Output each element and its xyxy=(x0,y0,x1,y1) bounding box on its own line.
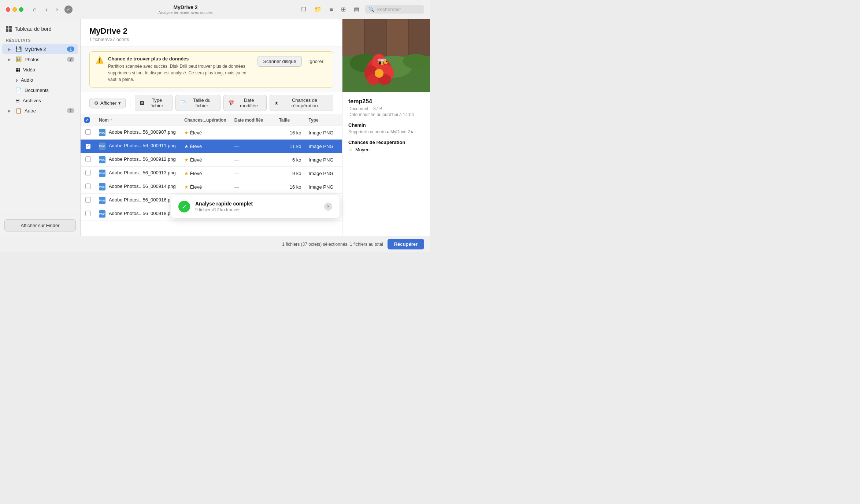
recover-button[interactable]: Récupérer xyxy=(388,239,424,249)
row-checkbox-cell[interactable]: ✓ xyxy=(81,140,95,153)
preview-date-label: Date modifiée xyxy=(348,112,375,117)
toast-title: Analyse rapide complet xyxy=(195,201,319,207)
toast-close-button[interactable]: × xyxy=(324,203,332,211)
maximize-button[interactable] xyxy=(19,7,23,12)
search-input[interactable] xyxy=(377,7,420,12)
afficher-label: Afficher xyxy=(100,100,116,106)
table-header-row: ✓ Nom ↑ Chances...upération Date modifié… xyxy=(81,114,342,126)
scanner-disque-button[interactable]: Scanner disque xyxy=(257,56,301,67)
warning-content: Chance de trouver plus de données Partit… xyxy=(108,56,253,83)
preview-star-icon: ☆ xyxy=(348,147,353,152)
toast-subtitle: 9 fichiers/12 ko trouvés xyxy=(195,207,319,212)
taille-fichier-button[interactable]: 📄 Taille du fichier xyxy=(175,95,220,111)
col-header-nom[interactable]: Nom ↑ xyxy=(95,114,181,126)
sidebar-item-count-autre: 1 xyxy=(67,108,74,113)
row-filename: Adobe Photos...56_000913.png xyxy=(109,170,176,175)
date-modifiee-button[interactable]: 📅 Date modifiée xyxy=(223,95,267,111)
sidebar-item-documents[interactable]: ▶ 📄 Documents xyxy=(2,85,78,95)
chances-star-icon: ★ xyxy=(184,144,189,149)
row-checkbox[interactable] xyxy=(85,211,91,216)
home-button[interactable]: ⌂ xyxy=(31,5,39,14)
afficher-filter-button[interactable]: ⚙ Afficher ▾ xyxy=(89,98,126,108)
row-checkbox-cell[interactable] xyxy=(81,126,95,140)
row-chances-cell: ★ Élevé xyxy=(181,153,231,167)
expand-arrow-autre-icon: ▶ xyxy=(8,109,12,113)
row-checkbox-cell[interactable] xyxy=(81,153,95,167)
col-header-chances[interactable]: Chances...upération xyxy=(181,114,231,126)
row-type-cell: Image PNG xyxy=(305,126,342,140)
ignorer-button[interactable]: Ignorer xyxy=(305,56,327,66)
row-filename: Adobe Photos...56_000907.png xyxy=(109,129,176,135)
preview-chemin-title: Chemin xyxy=(348,122,424,128)
search-box[interactable]: 🔍 xyxy=(365,5,424,14)
folder-view-button[interactable]: 📁 xyxy=(312,4,324,15)
sidebar-item-photos[interactable]: ▶ 🖼️ Photos 7 xyxy=(2,54,78,64)
table-row[interactable]: PNG Adobe Photos...56_000913.png ★ Élevé… xyxy=(81,167,342,180)
row-checkbox[interactable] xyxy=(85,170,91,175)
svg-point-23 xyxy=(386,61,387,62)
chances-star-icon: ★ xyxy=(184,157,189,163)
autre-icon: 📋 xyxy=(15,108,22,114)
col-header-date[interactable]: Date modifiée xyxy=(231,114,275,126)
back-button[interactable]: ‹ xyxy=(43,5,49,14)
file-type-icon: PNG xyxy=(99,197,105,204)
finder-button[interactable]: Afficher sur Finder xyxy=(4,219,76,231)
row-size-cell: 9 ko xyxy=(275,167,305,180)
row-checkbox-cell[interactable] xyxy=(81,180,95,194)
row-checkbox-cell[interactable] xyxy=(81,207,95,221)
row-type-cell: Image PNG xyxy=(305,180,342,194)
status-check-icon: ✓ xyxy=(64,5,73,14)
row-type-cell: Image PNG xyxy=(305,167,342,180)
preview-info: temp254 Document – 37 B Date modifiée au… xyxy=(342,92,430,236)
close-button[interactable] xyxy=(6,7,10,12)
row-checkbox[interactable] xyxy=(85,129,91,135)
table-row[interactable]: PNG Adobe Photos...56_000912.png ★ Élevé… xyxy=(81,153,342,167)
row-filename: Adobe Photos...56_000916.png xyxy=(109,197,176,203)
row-chances-value: Élevé xyxy=(190,171,202,176)
table-row[interactable]: PNG Adobe Photos...56_000907.png ★ Élevé… xyxy=(81,126,342,140)
calendar-icon: 📅 xyxy=(228,100,234,106)
col-header-type[interactable]: Type xyxy=(305,114,342,126)
sidebar-item-autre[interactable]: ▶ 📋 Autre 1 xyxy=(2,105,78,116)
row-checkbox-cell[interactable] xyxy=(81,194,95,207)
sidebar-item-archives[interactable]: ▶ ⊟ Archives xyxy=(2,95,78,105)
chances-button[interactable]: ★ Chances de récupération xyxy=(270,95,333,111)
col-header-taille[interactable]: Taille xyxy=(275,114,305,126)
row-name-cell: PNG Adobe Photos...56_000914.png xyxy=(95,180,181,194)
preview-chemin-value: Supprimé ou perdu ▸ MyDrive 2 ▸... xyxy=(348,129,424,134)
select-all-checkbox[interactable]: ✓ xyxy=(84,117,90,123)
dashboard-label: Tableau de bord xyxy=(15,26,51,32)
forward-button[interactable]: › xyxy=(54,5,60,14)
file-view-button[interactable]: ☐ xyxy=(299,4,309,15)
panel-view-button[interactable]: ▤ xyxy=(351,4,362,15)
row-name-cell: PNG Adobe Photos...56_000913.png xyxy=(95,167,181,180)
svg-point-8 xyxy=(403,54,429,68)
table-row[interactable]: PNG Adobe Photos...56_000914.png ★ Élevé… xyxy=(81,180,342,194)
sidebar-footer: Afficher sur Finder xyxy=(0,215,80,236)
row-checkbox[interactable] xyxy=(85,197,91,203)
row-checkbox[interactable]: ✓ xyxy=(85,144,91,149)
preview-date: Date modifiée aujourd'hui à 14:04 xyxy=(348,112,424,117)
sidebar-item-video[interactable]: ▶ ▦ Vidéo xyxy=(2,64,78,75)
sidebar-item-audio[interactable]: ▶ ♪ Audio xyxy=(2,75,78,85)
content-area: MyDrive 2 1 fichiers/37 octets ⚠️ Chance… xyxy=(81,19,342,236)
search-icon: 🔍 xyxy=(368,7,374,12)
sidebar-item-mydrive2[interactable]: ▶ 💾 MyDrive 2 1 xyxy=(2,44,78,54)
video-icon: ▦ xyxy=(15,67,20,73)
type-fichier-button[interactable]: 🖼 Type fichier xyxy=(135,95,173,111)
table-row[interactable]: ✓ PNG Adobe Photos...56_000911.png ★ Éle… xyxy=(81,140,342,153)
row-checkbox[interactable] xyxy=(85,184,91,189)
audio-icon: ♪ xyxy=(15,77,18,83)
row-checkbox-cell[interactable] xyxy=(81,167,95,180)
preview-recovery-area: ☆ Moyen xyxy=(348,147,424,152)
row-size-cell: 6 ko xyxy=(275,153,305,167)
row-checkbox[interactable] xyxy=(85,156,91,162)
preview-doctype: Document – 37 B xyxy=(348,106,424,111)
image-icon: 🖼 xyxy=(140,100,144,106)
drive-icon: 💾 xyxy=(15,46,22,52)
dashboard-button[interactable]: Tableau de bord xyxy=(0,23,80,34)
warning-actions: Scanner disque Ignorer xyxy=(257,56,327,67)
grid-view-button[interactable]: ⊞ xyxy=(338,4,348,15)
minimize-button[interactable] xyxy=(12,7,17,12)
list-view-button[interactable]: ≡ xyxy=(327,4,336,15)
